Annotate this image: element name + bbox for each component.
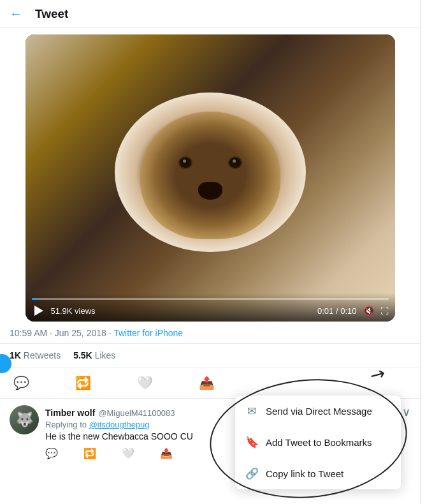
pug-image xyxy=(140,112,280,239)
main-column: ← Tweet xyxy=(0,0,421,504)
comment-like-icon[interactable]: 🤍 xyxy=(122,447,134,459)
copy-link-label: Copy link to Tweet xyxy=(266,468,343,479)
send-dm-item[interactable]: ✉ Send via Direct Message xyxy=(235,396,401,427)
mute-icon[interactable]: 🔇 xyxy=(363,306,374,316)
bookmark-icon: 🔖 xyxy=(245,436,258,449)
comment-retweet-icon[interactable]: 🔁 xyxy=(83,447,96,459)
fullscreen-icon[interactable]: ⛶ xyxy=(380,306,389,316)
tweet-time: 10:59 AM · Jun 25, 2018 · xyxy=(10,328,113,338)
controls-right: 0:01 / 0:10 🔇 ⛶ xyxy=(317,306,388,316)
video-thumbnail xyxy=(25,34,395,322)
display-name: Timber wolf xyxy=(45,408,95,418)
like-button[interactable]: 🤍 xyxy=(133,371,157,394)
play-icon xyxy=(34,306,43,316)
tweet-meta: 10:59 AM · Jun 25, 2018 · Twitter for iP… xyxy=(0,322,420,344)
dm-icon: ✉ xyxy=(245,404,258,418)
share-button[interactable]: 📤 xyxy=(195,371,219,394)
username: @MiguelM41100083 xyxy=(98,408,175,418)
copy-link-item[interactable]: 🔗 Copy link to Tweet xyxy=(235,458,401,489)
tweet-header: ← Tweet xyxy=(0,0,420,28)
video-time: 0:01 / 0:10 xyxy=(317,306,356,316)
expand-button[interactable]: ∨ xyxy=(402,405,410,419)
retweets-stat: 1K Retweets xyxy=(10,350,61,360)
add-bookmark-item[interactable]: 🔖 Add Tweet to Bookmarks xyxy=(235,427,401,458)
stats-row: 1K Retweets 5.5K Likes xyxy=(0,344,420,367)
action-row: 💬 🔁 🤍 📤 xyxy=(0,367,420,399)
comment-share-icon[interactable]: 📤 xyxy=(160,447,173,459)
send-dm-label: Send via Direct Message xyxy=(266,406,372,417)
mention-link[interactable]: @itsdougthepug xyxy=(89,420,150,429)
controls-left: 51.9K views xyxy=(32,304,96,318)
add-bookmark-label: Add Tweet to Bookmarks xyxy=(266,437,372,448)
context-menu: ✉ Send via Direct Message 🔖 Add Tweet to… xyxy=(235,396,401,489)
views-count: 51.9K views xyxy=(51,306,96,316)
reply-button[interactable]: 💬 xyxy=(10,371,33,394)
progress-bar[interactable] xyxy=(32,298,389,300)
right-sidebar xyxy=(421,0,448,504)
video-player[interactable]: 51.9K views 0:01 / 0:10 🔇 ⛶ xyxy=(25,34,395,322)
avatar: 🐺 xyxy=(10,405,39,434)
comment-reply-icon[interactable]: 💬 xyxy=(45,447,58,459)
page-title: Tweet xyxy=(35,7,68,21)
back-button[interactable]: ← xyxy=(10,6,22,21)
likes-stat: 5.5K Likes xyxy=(73,350,115,360)
video-controls: 51.9K views 0:01 / 0:10 🔇 ⛶ xyxy=(25,293,395,322)
retweet-button[interactable]: 🔁 xyxy=(71,371,95,394)
tweet-source-link[interactable]: Twitter for iPhone xyxy=(113,328,183,338)
play-button[interactable] xyxy=(32,304,46,318)
progress-fill xyxy=(32,298,38,300)
link-icon: 🔗 xyxy=(245,467,258,480)
controls-row: 51.9K views 0:01 / 0:10 🔇 ⛶ xyxy=(32,304,389,318)
